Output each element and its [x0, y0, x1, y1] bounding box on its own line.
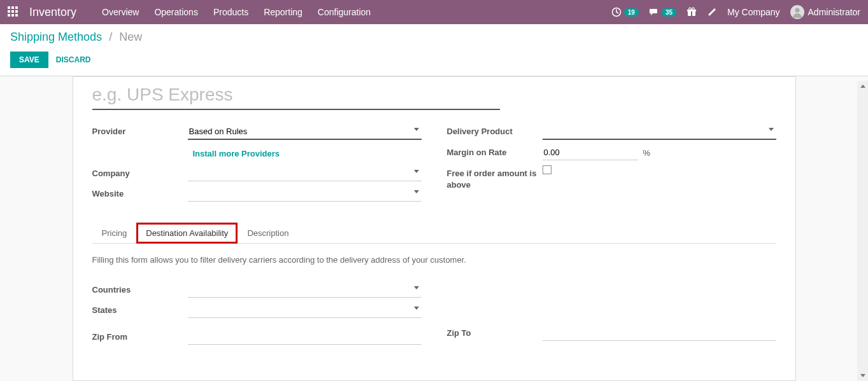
install-providers-link[interactable]: Install more Providers	[188, 145, 280, 161]
svg-point-6	[709, 14, 711, 16]
svg-rect-2	[691, 11, 692, 16]
countries-label: Countries	[92, 282, 188, 294]
tab-destination-availability[interactable]: Destination Availability	[136, 223, 238, 244]
website-label: Website	[92, 186, 188, 198]
margin-label: Margin on Rate	[447, 145, 543, 157]
countries-select[interactable]	[188, 282, 422, 298]
nav-overview[interactable]: Overview	[102, 7, 139, 17]
scroll-up-icon[interactable]	[857, 81, 868, 92]
title-input[interactable]	[92, 82, 500, 110]
svg-point-4	[689, 8, 692, 10]
zip-to-input[interactable]	[543, 326, 776, 341]
avatar-icon	[790, 5, 804, 19]
nav-configuration[interactable]: Configuration	[318, 7, 371, 17]
scrollbar[interactable]	[857, 81, 868, 381]
breadcrumb-sep: /	[109, 31, 112, 43]
website-select[interactable]	[188, 186, 422, 202]
free-amount-checkbox[interactable]	[543, 165, 551, 174]
form-left-col: Provider Install more Providers Company	[92, 124, 422, 207]
messages-icon[interactable]: 35	[649, 7, 676, 17]
messages-badge: 35	[662, 8, 676, 17]
user-menu[interactable]: Administrator	[790, 5, 860, 19]
svg-point-7	[795, 8, 799, 13]
zip-from-label: Zip From	[92, 329, 188, 342]
breadcrumb-parent[interactable]: Shipping Methods	[10, 31, 102, 43]
tab-description-text: Filling this form allows you to filter d…	[92, 255, 776, 265]
save-button[interactable]: Save	[10, 52, 48, 68]
nav-products[interactable]: Products	[213, 7, 248, 17]
app-title[interactable]: Inventory	[29, 6, 76, 19]
nav-operations[interactable]: Operations	[154, 7, 197, 17]
breadcrumb: Shipping Methods / New	[10, 31, 858, 44]
form-columns: Provider Install more Providers Company	[92, 124, 776, 207]
company-switcher[interactable]: My Company	[727, 7, 779, 17]
control-buttons: Save Discard	[10, 52, 858, 68]
margin-input[interactable]	[543, 145, 638, 160]
margin-unit: %	[643, 148, 651, 158]
svg-rect-3	[687, 10, 696, 11]
zip-to-label: Zip To	[447, 326, 543, 338]
discard-button[interactable]: Discard	[56, 55, 91, 64]
activity-icon[interactable]: 19	[611, 7, 639, 17]
tools-icon[interactable]	[707, 7, 717, 17]
svg-point-5	[692, 8, 695, 10]
gift-icon[interactable]	[687, 7, 697, 17]
activity-badge: 19	[624, 8, 639, 17]
scroll-down-icon[interactable]	[857, 370, 868, 381]
free-amount-label: Free if order amount is above	[447, 165, 543, 191]
company-label: Company	[92, 166, 188, 178]
tab-description[interactable]: Description	[238, 223, 298, 244]
breadcrumb-current: New	[119, 31, 142, 43]
tabs: Pricing Destination Availability Descrip…	[92, 222, 776, 244]
form-right-col: Delivery Product Margin on Rate % Free i…	[447, 124, 776, 207]
provider-label: Provider	[92, 124, 188, 136]
delivery-product-select[interactable]	[543, 124, 776, 140]
company-select[interactable]	[188, 166, 422, 181]
apps-icon[interactable]	[8, 6, 19, 18]
tab-content: Filling this form allows you to filter d…	[92, 244, 776, 361]
top-nav: Overview Operations Products Reporting C…	[102, 7, 371, 17]
zip-from-input[interactable]	[188, 329, 422, 345]
topbar-right: 19 35 My Company Administrator	[611, 5, 860, 19]
topbar: Inventory Overview Operations Products R…	[0, 0, 868, 24]
delivery-product-label: Delivery Product	[447, 124, 543, 136]
form-sheet: Provider Install more Providers Company	[73, 76, 796, 381]
states-select[interactable]	[188, 303, 422, 318]
states-label: States	[92, 303, 188, 315]
control-panel: Shipping Methods / New Save Discard	[0, 24, 868, 76]
provider-select[interactable]	[188, 124, 422, 140]
tab-pricing[interactable]: Pricing	[92, 223, 137, 244]
company-name: My Company	[727, 7, 779, 17]
user-name: Administrator	[808, 7, 860, 17]
sheet-wrap: Provider Install more Providers Company	[0, 76, 868, 381]
nav-reporting[interactable]: Reporting	[264, 7, 302, 17]
